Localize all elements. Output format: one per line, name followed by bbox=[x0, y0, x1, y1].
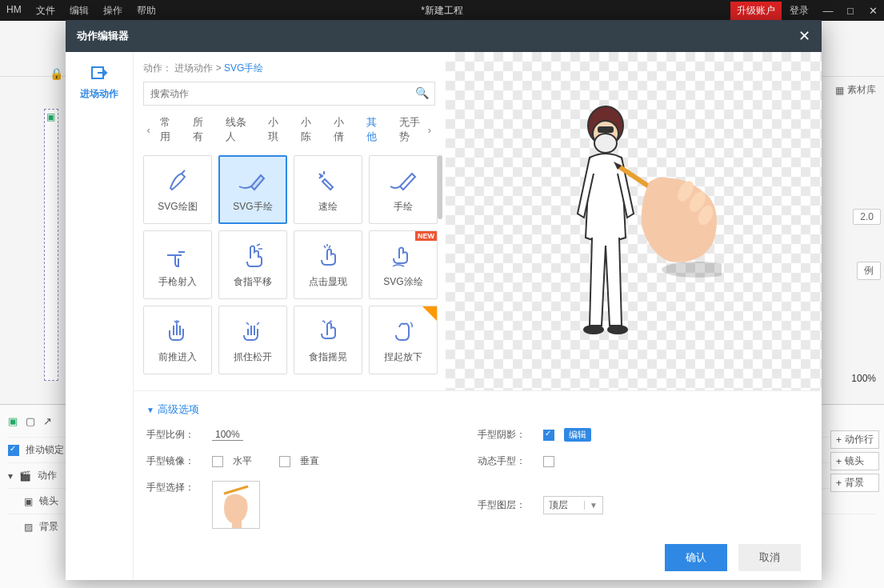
tab-common[interactable]: 常用 bbox=[154, 112, 186, 147]
add-action-row-button[interactable]: +动作行 bbox=[830, 430, 879, 449]
value-field-2[interactable]: 例 bbox=[857, 262, 881, 280]
card-label: 手枪射入 bbox=[158, 275, 197, 289]
tabs-next-icon[interactable]: › bbox=[424, 124, 435, 136]
pinch-icon bbox=[391, 317, 415, 346]
breadcrumb-current: SVG手绘 bbox=[224, 62, 263, 74]
maximize-button[interactable]: □ bbox=[839, 5, 862, 17]
add-background-button[interactable]: +背景 bbox=[830, 474, 879, 492]
mirror-vertical-checkbox[interactable] bbox=[279, 456, 290, 467]
shake-icon bbox=[316, 317, 340, 346]
breadcrumb-mid[interactable]: 进场动作 bbox=[174, 62, 213, 74]
cancel-button[interactable]: 取消 bbox=[738, 544, 801, 571]
export-tool-icon[interactable]: ↗ bbox=[43, 415, 52, 427]
menu-help[interactable]: 帮助 bbox=[137, 4, 156, 18]
advanced-options-toggle[interactable]: ▼ 高级选项 bbox=[146, 402, 809, 417]
fingermove-icon bbox=[241, 242, 265, 270]
hand-layer-label: 手型图层： bbox=[478, 498, 534, 512]
add-camera-button[interactable]: +镜头 bbox=[830, 452, 879, 470]
edit-tool-icon[interactable]: ▢ bbox=[26, 415, 35, 427]
mirror-h-label: 水平 bbox=[233, 454, 252, 468]
login-button[interactable]: 登录 bbox=[782, 4, 817, 18]
push-icon bbox=[166, 317, 190, 346]
hand-shadow-label: 手型阴影： bbox=[478, 428, 534, 442]
chevron-down-icon[interactable]: ▾ bbox=[8, 470, 13, 482]
corner-badge bbox=[422, 306, 437, 321]
tab-xiaochen[interactable]: 小陈 bbox=[294, 112, 327, 147]
handdraw-icon bbox=[237, 166, 269, 195]
preview-pane bbox=[446, 52, 822, 390]
action-editor-modal: 动作编辑器 ✕ 进场动作 动作： 进场动作 > SVG手绘 bbox=[66, 20, 822, 580]
tab-all[interactable]: 所有 bbox=[186, 112, 219, 147]
action-card-draw[interactable]: SVG绘图 bbox=[143, 155, 212, 224]
material-library-button[interactable]: ▦ 素材库 bbox=[830, 80, 881, 100]
close-icon[interactable]: ✕ bbox=[798, 27, 810, 45]
hand-select-thumbnail[interactable] bbox=[212, 481, 260, 529]
grab-icon bbox=[241, 317, 265, 346]
draw-icon bbox=[164, 166, 191, 195]
sidebar-enter-label[interactable]: 进场动作 bbox=[80, 87, 118, 101]
confirm-button[interactable]: 确认 bbox=[665, 544, 727, 571]
category-tabs: ‹ 常用 所有 线条人 小琪 小陈 小倩 其他 无手势 › bbox=[143, 112, 435, 147]
project-title: *新建工程 bbox=[421, 4, 463, 18]
row-action-label: 动作 bbox=[38, 469, 57, 482]
upgrade-button[interactable]: 升级账户 bbox=[730, 2, 782, 20]
action-card-tap[interactable]: 点击显现 bbox=[294, 230, 362, 299]
zoom-value: 100% bbox=[851, 373, 876, 384]
tab-lineman[interactable]: 线条人 bbox=[219, 112, 262, 147]
svg-point-1 bbox=[321, 175, 322, 177]
action-card-shake[interactable]: 食指摇晃 bbox=[294, 306, 362, 374]
advanced-options: ▼ 高级选项 手型比例： 100% 手型阴影： 编辑 手型镜像： bbox=[134, 390, 822, 535]
mirror-horizontal-checkbox[interactable] bbox=[212, 456, 223, 467]
tap-icon bbox=[316, 242, 340, 270]
modal-title: 动作编辑器 bbox=[77, 29, 129, 43]
lock-label: 推动锁定 bbox=[26, 443, 64, 457]
hand-scale-input[interactable]: 100% bbox=[212, 429, 243, 441]
search-input[interactable] bbox=[143, 82, 435, 106]
row-camera-label: 镜头 bbox=[39, 494, 58, 508]
close-window-button[interactable]: ✕ bbox=[862, 5, 884, 17]
hand-scale-label: 手型比例： bbox=[146, 428, 202, 442]
enter-action-icon[interactable] bbox=[90, 63, 109, 82]
menu-action[interactable]: 操作 bbox=[103, 4, 122, 18]
new-badge: NEW bbox=[415, 231, 437, 241]
card-label: 抓住松开 bbox=[234, 350, 272, 364]
action-card-paint[interactable]: NEWSVG涂绘 bbox=[369, 230, 438, 299]
action-card-pencil[interactable]: 手绘 bbox=[369, 155, 438, 224]
action-card-handdraw[interactable]: SVG手绘 bbox=[218, 155, 287, 224]
menu-edit[interactable]: 编辑 bbox=[70, 4, 89, 18]
menu-file[interactable]: 文件 bbox=[36, 4, 55, 18]
action-card-wand[interactable]: 速绘 bbox=[294, 155, 362, 224]
modal-sidebar: 进场动作 bbox=[66, 52, 134, 580]
search-icon[interactable]: 🔍 bbox=[415, 86, 429, 99]
tabs-prev-icon[interactable]: ‹ bbox=[143, 124, 154, 136]
card-label: 食指摇晃 bbox=[309, 350, 347, 364]
grid-scrollbar[interactable] bbox=[438, 155, 442, 219]
hand-shadow-checkbox[interactable] bbox=[543, 430, 554, 441]
action-card-push[interactable]: 前推进入 bbox=[143, 306, 212, 374]
action-card-pinch[interactable]: 捏起放下 bbox=[369, 306, 438, 374]
menu-hm[interactable]: HM bbox=[6, 4, 22, 18]
shadow-edit-button[interactable]: 编辑 bbox=[564, 428, 591, 442]
minimize-button[interactable]: — bbox=[817, 5, 839, 17]
card-label: 食指平移 bbox=[234, 275, 272, 289]
background-row-icon: ▨ bbox=[24, 522, 33, 533]
dynamic-hand-checkbox[interactable] bbox=[543, 456, 554, 467]
pencil-icon bbox=[388, 166, 418, 195]
card-label: SVG手绘 bbox=[233, 200, 272, 214]
hand-mirror-label: 手型镜像： bbox=[146, 454, 202, 468]
svg-point-13 bbox=[662, 262, 722, 278]
tab-xiaoqi[interactable]: 小琪 bbox=[262, 112, 294, 147]
camera-tool-icon[interactable]: ▣ bbox=[8, 415, 18, 427]
tab-other[interactable]: 其他 bbox=[360, 112, 393, 147]
svg-point-7 bbox=[608, 326, 627, 334]
action-card-fingermove[interactable]: 食指平移 bbox=[218, 230, 287, 299]
paint-icon bbox=[390, 242, 417, 270]
value-field-1[interactable]: 2.0 bbox=[853, 209, 881, 225]
lock-checkbox[interactable] bbox=[8, 445, 19, 456]
action-card-grab[interactable]: 抓住松开 bbox=[218, 306, 287, 374]
tab-xiaoqian[interactable]: 小倩 bbox=[327, 112, 360, 147]
canvas-selection bbox=[44, 109, 58, 381]
hand-layer-select[interactable]: 顶层 ▼ bbox=[543, 496, 603, 514]
action-card-gun[interactable]: 手枪射入 bbox=[143, 230, 212, 299]
wand-icon bbox=[314, 166, 342, 195]
